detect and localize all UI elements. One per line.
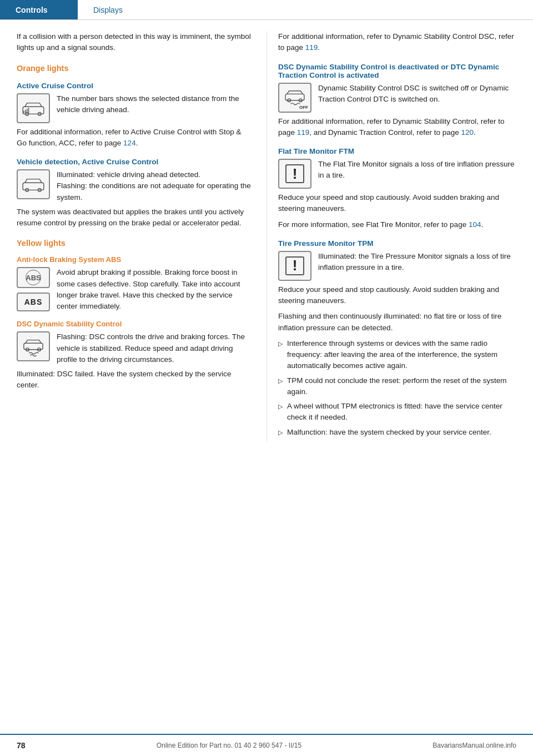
- ftm-icon-symbol: !: [285, 164, 304, 183]
- bullet-item-1: TPM could not conclude the reset: perfor…: [278, 375, 520, 398]
- tpm-body2: Flashing and then continuously illuminat…: [278, 311, 520, 334]
- flat-tire-icon-row: ! The Flat Tire Monitor signals a loss o…: [278, 159, 520, 189]
- active-cruise-link[interactable]: 124: [123, 139, 136, 147]
- abs-icon-text: Avoid abrupt braking if possible. Brakin…: [57, 267, 253, 312]
- vehicle-detection-icon: [17, 169, 50, 199]
- flat-tire-body2: For more information, see Flat Tire Moni…: [278, 219, 520, 230]
- tpm-heading: Tire Pressure Monitor TPM: [278, 239, 520, 248]
- tpm-bullet-list: Interference through systems or devices …: [278, 338, 520, 438]
- dsc-stability-icon-row: Flashing: DSC controls the drive and bra…: [17, 331, 253, 365]
- page-number: 78: [17, 741, 26, 750]
- right-intro-link[interactable]: 119: [305, 43, 318, 52]
- page-footer: 78 Online Edition for Part no. 01 40 2 9…: [0, 734, 533, 756]
- active-cruise-icon-row: The number bars shows the selected dista…: [17, 93, 253, 123]
- dsc-stability-heading: DSC Dynamic Stability Control: [17, 320, 253, 328]
- bullet-item-0: Interference through systems or devices …: [278, 338, 520, 372]
- active-cruise-icon: [17, 93, 50, 123]
- left-column: If a collision with a person detected in…: [0, 31, 266, 441]
- abs-circle-icon: ABS: [17, 267, 50, 288]
- dsc-stability-icon: [17, 331, 50, 361]
- abs-text-icon: ABS: [17, 293, 50, 311]
- vehicle-detection-body: The system was deactivated but applies t…: [17, 206, 253, 229]
- active-cruise-body: For additional information, refer to Act…: [17, 127, 253, 149]
- dsc-off-icon-svg: [284, 89, 305, 107]
- dsc-deactivated-icon-text: Dynamic Stability Control DSC is switche…: [318, 83, 520, 105]
- right-column: For additional information, refer to Dyn…: [266, 31, 533, 441]
- vehicle-detection-icon-row: Illuminated: vehicle driving ahead detec…: [17, 169, 253, 203]
- footer-right-text: BavariansManual.online.info: [433, 742, 516, 749]
- anti-lock-heading: Anti-lock Braking System ABS: [17, 255, 253, 264]
- tpm-icon-row: ! Illuminated: the Tire Pressure Monitor…: [278, 251, 520, 281]
- dsc-stability-body2: Illuminated: DSC failed. Have the system…: [17, 369, 253, 391]
- tpm-icon: !: [278, 251, 311, 281]
- intro-paragraph: If a collision with a person detected in…: [17, 31, 253, 54]
- dsc-link2[interactable]: 120: [461, 128, 474, 137]
- yellow-lights-heading: Yellow lights: [17, 239, 253, 248]
- flat-tire-link[interactable]: 104: [469, 220, 481, 229]
- nav-controls-tab[interactable]: Controls: [0, 0, 78, 19]
- flat-tire-icon: !: [278, 159, 311, 189]
- flat-tire-icon-text: The Flat Tire Monitor signals a loss of …: [318, 159, 520, 182]
- main-content: If a collision with a person detected in…: [0, 20, 533, 475]
- active-cruise-icon-text: The number bars shows the selected dista…: [57, 93, 253, 116]
- controls-label: Controls: [16, 6, 48, 14]
- dsc-deactivated-icon-row: OFF Dynamic Stability Control DSC is swi…: [278, 83, 520, 113]
- acc-icon-svg: [22, 99, 45, 117]
- tpm-body1: Reduce your speed and stop cautiously. A…: [278, 284, 520, 307]
- flat-tire-body1: Reduce your speed and stop cautiously. A…: [278, 192, 520, 215]
- top-nav: Controls Displays: [0, 0, 533, 20]
- vehicle-detection-heading: Vehicle detection, Active Cruise Control: [17, 158, 253, 166]
- vehicle-detection-icon-text: Illuminated: vehicle driving ahead detec…: [57, 169, 253, 203]
- bullet-item-3: Malfunction: have the system checked by …: [278, 427, 520, 438]
- nav-displays-tab[interactable]: Displays: [78, 0, 138, 19]
- dsc-icon-svg: [23, 336, 44, 357]
- tpm-icon-text: Illuminated: the Tire Pressure Monitor s…: [318, 251, 520, 274]
- vehicle-icon-svg: [22, 175, 45, 193]
- abs-icon-box: ABS ABS: [17, 267, 50, 311]
- flat-tire-heading: Flat Tire Monitor FTM: [278, 147, 520, 155]
- dsc-off-icon: OFF: [278, 83, 311, 113]
- dsc-link1[interactable]: 119: [297, 128, 310, 137]
- abs-icon-row: ABS ABS Avoid abrupt braking if possible…: [17, 267, 253, 312]
- footer-center-text: Online Edition for Part no. 01 40 2 960 …: [157, 742, 302, 749]
- displays-label: Displays: [93, 6, 123, 14]
- dsc-stability-icon-text: Flashing: DSC controls the drive and bra…: [57, 331, 253, 365]
- dsc-deactivated-body: For additional information, refer to Dyn…: [278, 116, 520, 139]
- orange-lights-heading: Orange lights: [17, 64, 253, 73]
- bullet-item-2: A wheel without TPM electronics is fitte…: [278, 401, 520, 424]
- dsc-deactivated-heading: DSC Dynamic Stability Control is deactiv…: [278, 63, 520, 79]
- tpm-icon-symbol: !: [285, 256, 304, 275]
- right-intro: For additional information, refer to Dyn…: [278, 31, 520, 54]
- active-cruise-heading: Active Cruise Control: [17, 82, 253, 90]
